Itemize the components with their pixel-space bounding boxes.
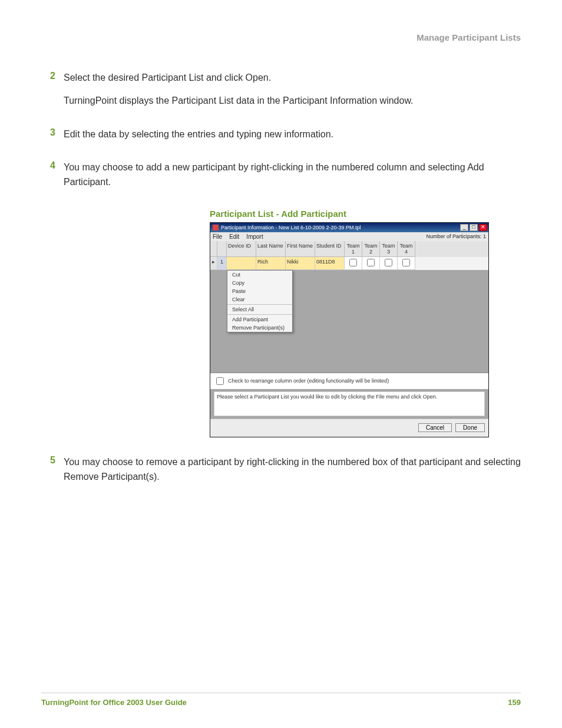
step-2: 2 Select the desired Participant List an… <box>41 71 521 117</box>
col-first-name[interactable]: First Name <box>286 241 315 257</box>
ctx-copy[interactable]: Copy <box>227 279 292 287</box>
cancel-button[interactable]: Cancel <box>418 423 452 432</box>
ctx-add-participant[interactable]: Add Participant <box>227 315 292 324</box>
ctx-cut[interactable]: Cut <box>227 271 292 279</box>
participants-count: Number of Participants: 1 <box>426 233 486 239</box>
grid-body: Cut Copy Paste Clear Select All Add Part… <box>210 270 488 373</box>
rearrange-panel: Check to rearrange column order (editing… <box>210 373 488 389</box>
figure: Participant List - Add Participant Parti… <box>62 209 521 437</box>
menu-edit[interactable]: Edit <box>229 233 239 240</box>
hint-box: Please select a Participant List you wou… <box>214 391 485 416</box>
rearrange-text: Check to rearrange column order (editing… <box>228 378 389 384</box>
figure-caption: Participant List - Add Participant <box>210 209 521 219</box>
row-number[interactable]: 1 <box>217 257 227 270</box>
ctx-clear[interactable]: Clear <box>227 295 292 304</box>
separator <box>227 304 292 305</box>
cell-team3[interactable] <box>380 257 398 270</box>
step-text: Edit the data by selecting the entries a… <box>64 127 521 142</box>
col-team1[interactable]: Team 1 <box>345 241 362 257</box>
step-number: 2 <box>41 71 55 117</box>
maximize-button[interactable]: □ <box>470 224 478 231</box>
ctx-select-all[interactable]: Select All <box>227 305 292 314</box>
titlebar: Participant Information - New List 6-10-… <box>210 223 488 232</box>
button-row: Cancel Done <box>210 419 488 437</box>
step-text: Select the desired Participant List and … <box>64 71 521 85</box>
row-selector-icon[interactable]: ▸ <box>210 257 217 270</box>
step-text: TurningPoint displays the Participant Li… <box>64 94 521 108</box>
done-button[interactable]: Done <box>455 423 485 432</box>
team3-checkbox[interactable] <box>385 259 392 266</box>
col-team3[interactable]: Team 3 <box>380 241 398 257</box>
menu-import[interactable]: Import <box>246 233 263 240</box>
step-5: 5 You may choose to remove a participant… <box>41 455 521 493</box>
running-head: Manage Participant Lists <box>41 32 521 42</box>
close-button[interactable]: ✕ <box>479 224 487 231</box>
col-last-name[interactable]: Last Name <box>256 241 286 257</box>
team2-checkbox[interactable] <box>367 259 375 266</box>
step-text: You may choose to remove a participant b… <box>64 455 521 485</box>
col-device-id[interactable]: Device ID <box>227 241 256 257</box>
col-team2[interactable]: Team 2 <box>362 241 380 257</box>
rearrange-checkbox[interactable] <box>216 377 224 385</box>
team1-checkbox[interactable] <box>349 259 357 266</box>
page-number: 159 <box>508 698 521 707</box>
table-row[interactable]: ▸ 1 Rich Nikki 0811D8 <box>210 257 488 270</box>
step-3: 3 Edit the data by selecting the entries… <box>41 127 521 150</box>
separator <box>227 314 292 315</box>
cell-last-name[interactable]: Rich <box>256 257 286 270</box>
cell-team2[interactable] <box>362 257 380 270</box>
ctx-remove-participant[interactable]: Remove Participant(s) <box>227 324 292 332</box>
cell-team4[interactable] <box>398 257 415 270</box>
ctx-paste[interactable]: Paste <box>227 287 292 295</box>
menu-file[interactable]: File <box>213 233 222 240</box>
context-menu: Cut Copy Paste Clear Select All Add Part… <box>227 270 293 332</box>
cell-student-id[interactable]: 0811D8 <box>315 257 345 270</box>
participant-info-window: Participant Information - New List 6-10-… <box>210 222 489 437</box>
step-number: 5 <box>41 455 55 493</box>
team4-checkbox[interactable] <box>402 259 410 266</box>
col-team4[interactable]: Team 4 <box>398 241 415 257</box>
window-title: Participant Information - New List 6-10-… <box>221 225 459 230</box>
step-number: 4 <box>41 160 55 198</box>
cell-team1[interactable] <box>345 257 362 270</box>
step-number: 3 <box>41 127 55 150</box>
grid: Device ID Last Name First Name Student I… <box>210 241 488 373</box>
step-text: You may choose to add a new participant … <box>64 160 521 190</box>
page-footer: TurningPoint for Office 2003 User Guide … <box>41 693 521 707</box>
rearrange-label[interactable]: Check to rearrange column order (editing… <box>214 375 485 387</box>
grid-header: Device ID Last Name First Name Student I… <box>210 241 488 257</box>
cell-first-name[interactable]: Nikki <box>286 257 315 270</box>
menubar: File Edit Import Number of Participants:… <box>210 232 488 241</box>
app-icon <box>213 225 219 230</box>
step-4: 4 You may choose to add a new participan… <box>41 160 521 198</box>
col-student-id[interactable]: Student ID <box>315 241 345 257</box>
cell-device-id[interactable] <box>227 257 256 270</box>
minimize-button[interactable]: _ <box>460 224 468 231</box>
footer-title: TurningPoint for Office 2003 User Guide <box>41 698 187 707</box>
